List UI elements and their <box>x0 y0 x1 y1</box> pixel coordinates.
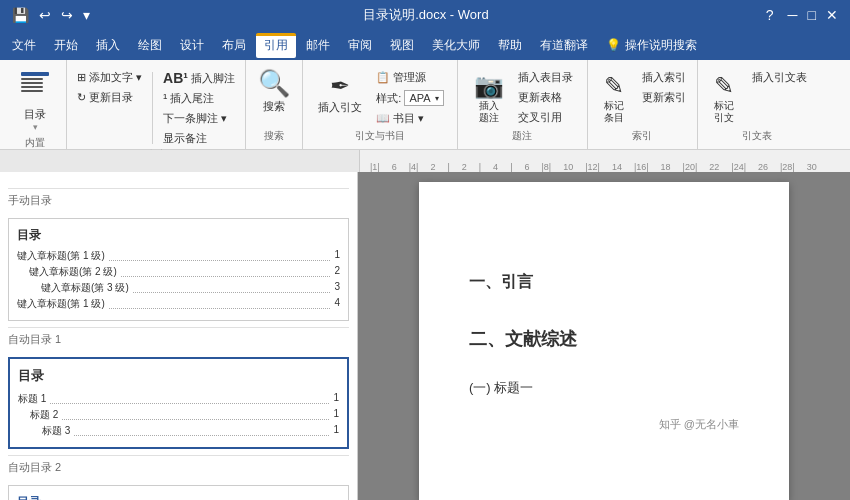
minimize-icon[interactable]: ─ <box>786 5 800 25</box>
search-button[interactable]: 🔍 搜索 <box>252 64 296 118</box>
search-label: 搜索 <box>263 99 285 114</box>
toc-entry: 键入章标题(第 1 级) 4 <box>17 296 340 312</box>
undo-icon[interactable]: ↩ <box>37 5 53 25</box>
style-selector[interactable]: APA ▾ <box>404 90 443 106</box>
group-separator <box>152 72 153 144</box>
insert-citation-icon: ✒ <box>330 72 350 100</box>
toc-label: 目录 <box>24 107 46 122</box>
restore-icon[interactable]: □ <box>806 5 818 25</box>
update-table-button[interactable]: 更新表格 <box>514 88 577 107</box>
toc-button[interactable]: 目录 ▾ <box>10 64 60 136</box>
ruler: |1|6|4|2| 2|4|6 |8|10|12|14|16| 18|20|22… <box>0 150 850 172</box>
toc-card-manual-title: 目录 <box>17 227 340 244</box>
toc-entry: 标题 3 1 <box>18 423 339 439</box>
menu-beautify[interactable]: 美化大师 <box>424 33 488 58</box>
document-panel: 一、引言 二、文献综述 (一) 标题一 知乎 @无名小車 <box>358 172 850 500</box>
document-page: 一、引言 二、文献综述 (一) 标题一 知乎 @无名小車 <box>419 182 789 500</box>
insert-caption-button[interactable]: 📷 插入题注 <box>468 68 510 128</box>
doc-spacer <box>469 222 739 272</box>
add-text-button[interactable]: ⊞ 添加文字 ▾ <box>73 68 146 87</box>
cross-reference-button[interactable]: 交叉引用 <box>514 108 577 127</box>
doc-section3: (一) 标题一 <box>469 379 739 397</box>
ribbon-group-toc: 目录 ▾ 内置 <box>4 60 67 149</box>
mark-entry-button[interactable]: ✎ 标记条目 <box>594 68 634 128</box>
next-footnote-button[interactable]: 下一条脚注 ▾ <box>159 109 239 128</box>
help-icon[interactable]: ? <box>760 5 780 25</box>
toc-panel: 手动目录 目录 键入章标题(第 1 级) 1 键入章标题(第 2 级) 2 键入… <box>0 172 358 500</box>
style-button[interactable]: 样式: APA ▾ <box>372 88 447 108</box>
menu-draw[interactable]: 绘图 <box>130 33 170 58</box>
menu-help[interactable]: 帮助 <box>490 33 530 58</box>
section-label-manual: 手动目录 <box>8 188 349 212</box>
ruler-marks: |1|6|4|2| 2|4|6 |8|10|12|14|16| 18|20|22… <box>360 150 850 172</box>
toc-icon <box>19 68 51 105</box>
search-lightbulb-icon: 💡 <box>606 38 621 52</box>
book-icon: 📖 <box>376 112 390 125</box>
doc-watermark: 知乎 @无名小車 <box>469 417 739 432</box>
menu-search[interactable]: 💡 操作说明搜索 <box>598 33 705 58</box>
menu-design[interactable]: 设计 <box>172 33 212 58</box>
toc-card-auto1-title: 目录 <box>18 367 339 385</box>
update-toc-button[interactable]: ↻ 更新目录 <box>73 88 146 107</box>
svg-rect-1 <box>21 78 43 80</box>
menu-layout[interactable]: 布局 <box>214 33 254 58</box>
insert-endnote-button[interactable]: ¹ 插入尾注 <box>159 89 239 108</box>
group-label-captions: 题注 <box>512 129 532 145</box>
menu-view[interactable]: 视图 <box>382 33 422 58</box>
caption-icon: 📷 <box>474 72 504 100</box>
menu-bar: 文件 开始 插入 绘图 设计 布局 引用 邮件 审阅 视图 美化大师 帮助 有道… <box>0 30 850 60</box>
insert-table-toc-button[interactable]: 插入表目录 <box>514 68 577 87</box>
mark-citation-button[interactable]: ✎ 标记引文 <box>704 68 744 128</box>
svg-rect-0 <box>21 72 49 76</box>
ribbon: 目录 ▾ 内置 ⊞ 添加文字 ▾ ↻ 更新目录 AB¹ <box>0 60 850 150</box>
show-notes-button[interactable]: 显示备注 <box>159 129 239 148</box>
caption-label: 插入题注 <box>479 100 499 124</box>
menu-review[interactable]: 审阅 <box>340 33 380 58</box>
ribbon-group-index: ✎ 标记条目 插入索引 更新索引 索引 <box>588 60 698 149</box>
toc-entry: 键入章标题(第 1 级) 1 <box>17 248 340 264</box>
toc-dropdown-arrow: ▾ <box>33 122 38 132</box>
insert-index-button[interactable]: 插入索引 <box>638 68 690 87</box>
ruler-left <box>0 150 360 172</box>
group-label-citations: 引文与书目 <box>355 129 405 145</box>
close-icon[interactable]: ✕ <box>824 5 840 25</box>
insert-citation-button[interactable]: ✒ 插入引文 <box>312 68 368 119</box>
menu-translate[interactable]: 有道翻译 <box>532 33 596 58</box>
manage-sources-button[interactable]: 📋 管理源 <box>372 68 447 87</box>
update-index-button[interactable]: 更新索引 <box>638 88 690 107</box>
insert-auth-table-button[interactable]: 插入引文表 <box>748 68 811 87</box>
section-label-auto1: 自动目录 1 <box>8 327 349 351</box>
ribbon-group-citation-table: ✎ 标记引文 插入引文表 引文表 <box>698 60 817 149</box>
update-toc-icon: ↻ <box>77 91 86 104</box>
quick-access-toolbar: 💾 ↩ ↪ ▾ <box>10 5 92 25</box>
menu-references[interactable]: 引用 <box>256 33 296 58</box>
mark-entry-icon: ✎ <box>604 72 624 100</box>
toc-card-manual[interactable]: 目录 键入章标题(第 1 级) 1 键入章标题(第 2 级) 2 键入章标题(第… <box>8 218 349 321</box>
save-icon[interactable]: 💾 <box>10 5 31 25</box>
toc-card-auto2-title: 目录 <box>17 494 340 500</box>
doc-spacer3 <box>469 365 739 379</box>
menu-file[interactable]: 文件 <box>4 33 44 58</box>
ribbon-group-captions: 📷 插入题注 插入表目录 更新表格 交叉引用 题注 <box>458 60 588 149</box>
svg-rect-3 <box>21 86 43 88</box>
menu-mailings[interactable]: 邮件 <box>298 33 338 58</box>
doc-section2: 二、文献综述 <box>469 327 739 351</box>
ribbon-group-search: 🔍 搜索 搜索 <box>246 60 303 149</box>
toc-entry: 键入章标题(第 3 级) 3 <box>17 280 340 296</box>
main-area: 手动目录 目录 键入章标题(第 1 级) 1 键入章标题(第 2 级) 2 键入… <box>0 172 850 500</box>
document-title: 目录说明.docx - Word <box>92 6 760 24</box>
doc-spacer2 <box>469 307 739 327</box>
add-text-icon: ⊞ <box>77 71 86 84</box>
insert-footnote-button[interactable]: AB¹ 插入脚注 <box>159 68 239 88</box>
toc-card-auto1[interactable]: 目录 标题 1 1 标题 2 1 标题 3 1 <box>8 357 349 449</box>
bibliography-button[interactable]: 📖 书目 ▾ <box>372 109 447 128</box>
svg-rect-2 <box>21 82 43 84</box>
customize-icon[interactable]: ▾ <box>81 5 92 25</box>
toc-card-auto2[interactable]: 目录 标题 1 1 标题 2 1 标题 3 1 <box>8 485 349 500</box>
mark-citation-icon: ✎ <box>714 72 734 100</box>
doc-section1: 一、引言 <box>469 272 739 293</box>
menu-insert[interactable]: 插入 <box>88 33 128 58</box>
redo-icon[interactable]: ↪ <box>59 5 75 25</box>
menu-home[interactable]: 开始 <box>46 33 86 58</box>
search-icon: 🔍 <box>258 68 290 99</box>
